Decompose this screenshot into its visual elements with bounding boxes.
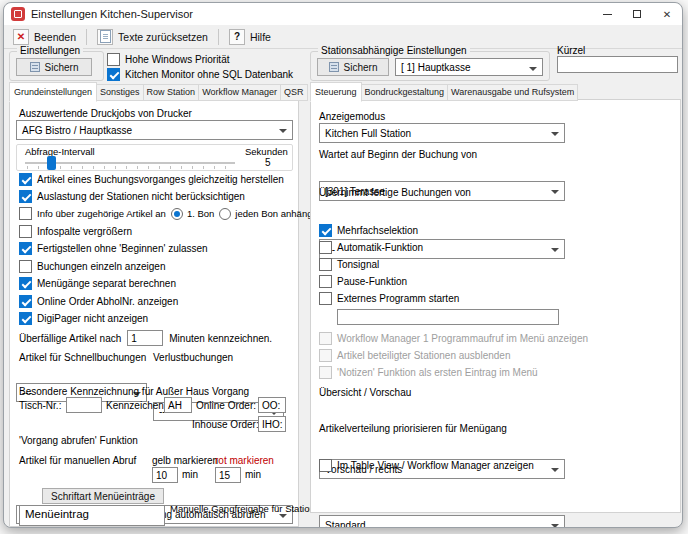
pause-checkbox[interactable]: Pause-Funktion bbox=[319, 275, 407, 288]
maximize-button[interactable] bbox=[622, 3, 652, 25]
radio-jeden-bon[interactable]: jeden Bon anhängen bbox=[219, 208, 323, 220]
distribution-label: Artikelverteilung priorisieren für Menüg… bbox=[319, 423, 507, 434]
inhouse-order-input[interactable]: IHO: bbox=[258, 416, 286, 432]
fertigstellen-checkbox[interactable]: Fertigstellen ohne 'Beginnen' zulassen bbox=[19, 242, 208, 255]
interval-value: 5 bbox=[265, 157, 271, 168]
tab-sonstiges[interactable]: Sonstiges bbox=[96, 84, 144, 101]
station-select-value: [ 1] Hauptkasse bbox=[401, 62, 470, 73]
tab-grundeinstellungen[interactable]: Grundeinstellungen bbox=[9, 82, 97, 102]
yellow-mark-label: gelb markieren bbox=[152, 455, 218, 466]
window-title: Einstellungen Kitchen-Supervisor bbox=[31, 8, 193, 20]
overview-label: Übersicht / Vorschau bbox=[319, 387, 411, 398]
tab-warenausgabe[interactable]: Warenausgabe und Rufsystem bbox=[447, 84, 578, 101]
tonsignal-checkbox[interactable]: Tonsignal bbox=[319, 258, 379, 271]
settings-window: Einstellungen Kitchen-Supervisor ✕ ✕ Bee… bbox=[3, 2, 683, 528]
checkbox-box bbox=[319, 275, 332, 288]
yellow-minutes-input[interactable]: 10 bbox=[152, 467, 178, 483]
save-station-label: Sichern bbox=[344, 62, 378, 73]
checkbox-box bbox=[19, 260, 32, 273]
mehrfachselektion-checkbox[interactable]: Mehrfachselektion bbox=[319, 224, 418, 237]
tab-qsr[interactable]: QSR bbox=[280, 84, 308, 101]
checkbox-box bbox=[19, 225, 32, 238]
artikel-ausblenden-checkbox: Artikel beteiligter Stationen ausblenden bbox=[319, 349, 510, 362]
checkbox-box bbox=[319, 366, 332, 379]
radio-circle bbox=[219, 208, 231, 220]
table-view-checkbox[interactable]: Im Table View / Workflow Manager anzeige… bbox=[319, 459, 534, 472]
printer-label: Auszuwertende Druckjobs von Drucker bbox=[19, 108, 192, 119]
checkbox-box bbox=[19, 312, 32, 325]
tab-workflow-manager[interactable]: Workflow Manager bbox=[198, 84, 281, 101]
red-minutes-input[interactable]: 15 bbox=[215, 467, 241, 483]
overdue-row: Überfällige Artikel nach 1 Minuten kennz… bbox=[19, 330, 272, 346]
retrieve-title: 'Vorgang abrufen' Funktion bbox=[19, 435, 138, 446]
online-order-label: Online Order: bbox=[196, 400, 256, 411]
externes-programm-checkbox[interactable]: Externes Programm starten bbox=[319, 292, 459, 305]
slider-track bbox=[25, 162, 235, 164]
table-no-label: Tisch-Nr.: bbox=[19, 400, 61, 411]
digipager-checkbox[interactable]: DigiPager nicht anzeigen bbox=[19, 312, 148, 325]
kuerzel-input[interactable] bbox=[557, 56, 678, 73]
quick-bookings-label: Artikel für Schnellbuchungen bbox=[19, 352, 146, 363]
buchungen-einzeln-checkbox[interactable]: Buchungen einzeln anzeigen bbox=[19, 260, 165, 273]
checkbox-box bbox=[107, 53, 120, 66]
tab-row-station[interactable]: Row Station bbox=[143, 84, 200, 101]
station-select[interactable]: [ 1] Hauptkasse bbox=[395, 58, 543, 76]
yellow-unit-label: min bbox=[182, 469, 198, 480]
steuerung-page: Anzeigemodus Kitchen Full Station Wartet… bbox=[310, 99, 681, 513]
minimize-button[interactable] bbox=[592, 3, 622, 25]
checkbox-box bbox=[19, 277, 32, 290]
tab-steuerung[interactable]: Steuerung bbox=[310, 82, 362, 102]
checkbox-box bbox=[319, 241, 332, 254]
save-settings-button[interactable]: Sichern bbox=[16, 58, 92, 76]
external-program-input[interactable] bbox=[337, 309, 559, 325]
table-no-input[interactable] bbox=[66, 397, 102, 413]
station-group-title: Stationsabhängige Einstellungen bbox=[318, 45, 470, 56]
interval-slider[interactable] bbox=[25, 156, 235, 170]
red-mark-label: rot markieren bbox=[215, 455, 274, 466]
high-priority-checkbox[interactable]: Hohe Windows Priorität bbox=[107, 53, 229, 66]
menuegaenge-separat-checkbox[interactable]: Menügänge separat berechnen bbox=[19, 277, 176, 290]
distribution-select[interactable]: Standard bbox=[319, 515, 565, 528]
tab-bondruckgestaltung[interactable]: Bondruckgestaltung bbox=[361, 84, 449, 101]
maximize-icon bbox=[633, 10, 641, 18]
quit-button[interactable]: ✕ Beenden bbox=[10, 28, 79, 46]
station-groupbox: Stationsabhängige Einstellungen Sichern … bbox=[310, 51, 550, 81]
overdue-minutes-input[interactable]: 1 bbox=[127, 330, 163, 346]
workflow-programmaufruf-checkbox: Workflow Manager 1 Programmaufruf im Men… bbox=[319, 332, 588, 345]
info-artikel-row: Info über zugehörige Artikel an 1. Bon j… bbox=[19, 207, 323, 220]
printer-select[interactable]: AFG Bistro / Hauptkasse bbox=[16, 120, 293, 140]
automatik-checkbox[interactable]: Automatik-Funktion bbox=[319, 241, 423, 254]
info-artikel-checkbox[interactable]: Info über zugehörige Artikel an bbox=[19, 207, 166, 220]
take-finished-label: Übernimmt fertige Buchungen von bbox=[319, 187, 471, 198]
checkbox-box bbox=[319, 349, 332, 362]
no-sql-checkbox[interactable]: Kitchen Monitor ohne SQL Datenbank bbox=[107, 68, 293, 81]
checkbox-box bbox=[319, 292, 332, 305]
notizen-checkbox: 'Notizen' Funktion als ersten Eintrag im… bbox=[319, 366, 538, 379]
slider-thumb[interactable] bbox=[47, 156, 56, 170]
quit-icon: ✕ bbox=[13, 29, 29, 45]
grundeinstellungen-page: Auszuwertende Druckjobs von Drucker AFG … bbox=[9, 99, 299, 527]
mark-input[interactable]: AH bbox=[164, 397, 192, 413]
help-button[interactable]: ? Hilfe bbox=[226, 28, 274, 46]
menu-entry-preview: Menüeintrag bbox=[19, 505, 165, 526]
abholnr-checkbox[interactable]: Online Order AbholNr. anzeigen bbox=[19, 295, 178, 308]
kuerzel-label: Kürzel bbox=[557, 45, 585, 56]
interval-unit-label: Sekunden bbox=[245, 146, 288, 157]
reset-texts-button[interactable]: Texte zurücksetzen bbox=[94, 28, 211, 46]
help-icon: ? bbox=[229, 29, 245, 45]
online-order-input[interactable]: OO: bbox=[258, 397, 286, 413]
radio-erster-bon[interactable]: 1. Bon bbox=[171, 208, 214, 220]
font-menu-button[interactable]: Schriftart Menüeinträge bbox=[42, 488, 164, 504]
save-station-button[interactable]: Sichern bbox=[317, 58, 389, 76]
radio-circle bbox=[171, 208, 183, 220]
checkbox-box bbox=[319, 332, 332, 345]
infospalte-checkbox[interactable]: Infospalte vergrößern bbox=[19, 225, 132, 238]
checkbox-box bbox=[107, 68, 120, 81]
overdue-prefix: Überfällige Artikel nach bbox=[19, 333, 121, 344]
auslastung-checkbox[interactable]: Auslastung der Stationen nicht berücksic… bbox=[19, 190, 245, 203]
close-button[interactable]: ✕ bbox=[652, 3, 682, 25]
artikel-gleichzeitig-checkbox[interactable]: Artikel eines Buchungsvorganges gleichze… bbox=[19, 173, 284, 186]
display-mode-select[interactable]: Kitchen Full Station bbox=[319, 123, 565, 143]
minimize-icon bbox=[603, 14, 612, 15]
manual-retrieve-label: Artikel für manuellen Abruf bbox=[19, 455, 136, 466]
